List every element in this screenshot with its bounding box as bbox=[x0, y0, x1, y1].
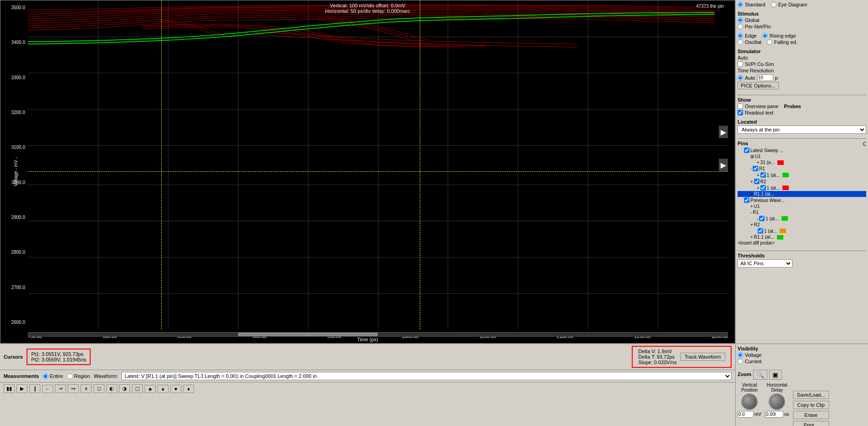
slope: Slope: 0.020V/ns bbox=[638, 360, 677, 365]
waveform-select[interactable]: Latest: V [R1.1 (at pin)] Sweep TL3 Leng… bbox=[121, 372, 732, 380]
bottom-section: Cursors Pt1: 3.0551V, 925.73ps Pt2: 3.05… bbox=[0, 344, 868, 426]
toolbar-btn-12[interactable]: ♣ bbox=[145, 385, 156, 393]
tree-latest-sweep[interactable]: Latest Sweep ... bbox=[738, 147, 866, 153]
insert-diff-probe[interactable]: <Insert diff probe> bbox=[738, 240, 866, 246]
erase-btn[interactable]: Erase bbox=[793, 411, 830, 419]
vertical-position-input[interactable] bbox=[738, 411, 754, 418]
edge-section: Edge Rising edge Oscillat Falling ed. bbox=[738, 33, 866, 46]
r1-checkbox[interactable] bbox=[753, 166, 758, 171]
bottom-controls: Cursors Pt1: 3.0551V, 925.73ps Pt2: 3.05… bbox=[0, 344, 868, 426]
located-dropdown[interactable]: Always at the pin bbox=[738, 126, 866, 134]
main-container: 3500.0 3400.0 3300.0 3200.0 3100.0 3000.… bbox=[0, 0, 868, 426]
tree-r1[interactable]: - R1 bbox=[738, 165, 866, 172]
auto-resolution-radio[interactable] bbox=[738, 75, 743, 81]
toolbar-btn-9[interactable]: ◐ bbox=[106, 384, 117, 393]
tree-pr1[interactable]: - R1 bbox=[738, 209, 866, 215]
latest-sweep-checkbox[interactable] bbox=[744, 147, 749, 153]
r1-pin-label: 1 (at... bbox=[767, 173, 780, 178]
r2-checkbox[interactable] bbox=[754, 179, 760, 184]
scroll-right-arrow[interactable]: ▶ bbox=[719, 159, 728, 171]
toolbar-btn-10[interactable]: ◑ bbox=[119, 384, 130, 393]
h-scrollbar-thumb[interactable] bbox=[238, 333, 378, 336]
tree-r1-pin[interactable]: + 1 (at... bbox=[738, 172, 866, 178]
toolbar-btn-2[interactable]: ▶ bbox=[16, 384, 27, 393]
tree-r1-1[interactable]: + R1.1 (at... bbox=[738, 191, 866, 197]
toolbar-btn-5[interactable]: ⇒ bbox=[55, 384, 66, 393]
tree-pu1[interactable]: + U1 bbox=[738, 203, 866, 209]
falling-radio[interactable] bbox=[767, 39, 772, 45]
pr2-pin-checkbox[interactable] bbox=[758, 228, 763, 234]
toolbar-btn-1[interactable]: ▮▮ bbox=[4, 384, 15, 393]
tree-u1[interactable]: ⊞ U1 bbox=[738, 153, 866, 159]
print-btn[interactable]: Print... bbox=[793, 421, 830, 426]
h-scrollbar[interactable] bbox=[28, 332, 728, 337]
y-label-4: 3100.0 bbox=[1, 145, 27, 150]
horizontal-val-row: ns bbox=[765, 411, 789, 418]
thresholds-dropdown[interactable]: All IC Pins bbox=[738, 259, 792, 268]
edge-label: Edge bbox=[745, 33, 757, 38]
y-label-6: 2900.0 bbox=[1, 215, 27, 220]
readout-checkbox[interactable] bbox=[738, 110, 743, 115]
oscillat-radio[interactable] bbox=[738, 39, 743, 45]
toolbar-btn-13[interactable]: ♠ bbox=[157, 385, 168, 393]
vertical-position-group: VerticalPosition mV bbox=[738, 382, 761, 418]
per-net-radio[interactable] bbox=[738, 24, 743, 29]
tree-pr2-pin[interactable]: 1 (at... bbox=[738, 228, 866, 234]
toolbar-btn-4[interactable]: ← bbox=[42, 385, 53, 393]
tree-r2-pin[interactable]: + 1 (at... bbox=[738, 185, 866, 191]
y-label-8: 2700.0 bbox=[1, 285, 27, 290]
divider2 bbox=[738, 138, 866, 139]
y-label-1: 3400.0 bbox=[1, 40, 27, 45]
tree-pr1-pin[interactable]: - 1 (at... bbox=[738, 215, 866, 222]
toolbar-btn-8[interactable]: ◻ bbox=[93, 384, 104, 393]
zoom-in-btn[interactable]: 🔍 bbox=[753, 370, 767, 380]
toolbar-btn-15[interactable]: ♦ bbox=[183, 385, 194, 393]
zoom-fit-btn[interactable]: ▣ bbox=[769, 370, 781, 380]
tree-prev-wave[interactable]: Previous Wave... bbox=[738, 197, 866, 203]
latest-sweep-label: Latest Sweep ... bbox=[750, 148, 783, 153]
toolbar-btn-7[interactable]: ∧ bbox=[81, 384, 92, 393]
pr1-pin-checkbox[interactable] bbox=[759, 216, 765, 221]
region-radio[interactable] bbox=[67, 373, 73, 379]
tree-pr2[interactable]: + R2 bbox=[738, 222, 866, 228]
voltage-radio[interactable] bbox=[738, 352, 743, 358]
si-pi-cosim-checkbox[interactable] bbox=[738, 61, 743, 67]
current-radio[interactable] bbox=[738, 359, 743, 364]
track-waveform-btn[interactable]: Track Waveform bbox=[680, 353, 725, 361]
toolbar-btn-11[interactable]: ▢ bbox=[132, 384, 143, 393]
auto-resolution-label: Auto bbox=[745, 75, 755, 81]
u1-label: U1 bbox=[755, 154, 761, 159]
entire-radio[interactable] bbox=[43, 373, 49, 379]
tree-r2[interactable]: + R2 bbox=[738, 178, 866, 185]
horizontal-delay-input[interactable] bbox=[765, 411, 783, 418]
tree-pr1-1[interactable]: + R1.1 (at... bbox=[738, 234, 866, 240]
pr1-label: R1 bbox=[753, 210, 759, 215]
standard-radio[interactable] bbox=[738, 2, 743, 7]
pice-options-btn[interactable]: PICE Options... bbox=[738, 82, 779, 89]
edge-radio[interactable] bbox=[738, 33, 743, 38]
y-label-2: 3300.0 bbox=[1, 75, 27, 80]
toolbar-btn-3[interactable]: ❙ bbox=[29, 384, 40, 393]
eye-diagram-radio[interactable] bbox=[771, 2, 776, 7]
save-load-btn[interactable]: Save/Load... bbox=[793, 391, 830, 399]
zoom-label: Zoom bbox=[738, 371, 751, 377]
visibility-section: Visibility Voltage Current bbox=[738, 346, 866, 365]
toolbar-btn-6[interactable]: ↦ bbox=[68, 384, 79, 393]
overview-pane-checkbox[interactable] bbox=[738, 104, 743, 109]
r2-pin-checkbox[interactable] bbox=[760, 185, 766, 191]
tree-u1-pin[interactable]: + 31 (a... bbox=[738, 159, 866, 165]
chart-area[interactable]: 3500.0 3400.0 3300.0 3200.0 3100.0 3000.… bbox=[0, 0, 735, 344]
r1-pin-checkbox[interactable] bbox=[760, 172, 766, 178]
vertical-knob[interactable] bbox=[741, 393, 758, 410]
prev-wave-checkbox[interactable] bbox=[744, 197, 749, 203]
toolbar-btn-14[interactable]: ♥ bbox=[170, 385, 181, 393]
entire-label: Entire bbox=[50, 373, 63, 379]
resolution-input[interactable] bbox=[757, 74, 773, 81]
horizontal-knob[interactable] bbox=[769, 393, 785, 410]
copy-to-clip-btn[interactable]: Copy to Clip bbox=[793, 401, 830, 409]
global-radio[interactable] bbox=[738, 17, 743, 23]
located-section: Located Always at the pin bbox=[738, 119, 866, 134]
scroll-right-arrow2[interactable]: ▶ bbox=[719, 126, 728, 138]
rising-radio[interactable] bbox=[762, 33, 768, 38]
r1-label: R1 bbox=[759, 166, 765, 171]
